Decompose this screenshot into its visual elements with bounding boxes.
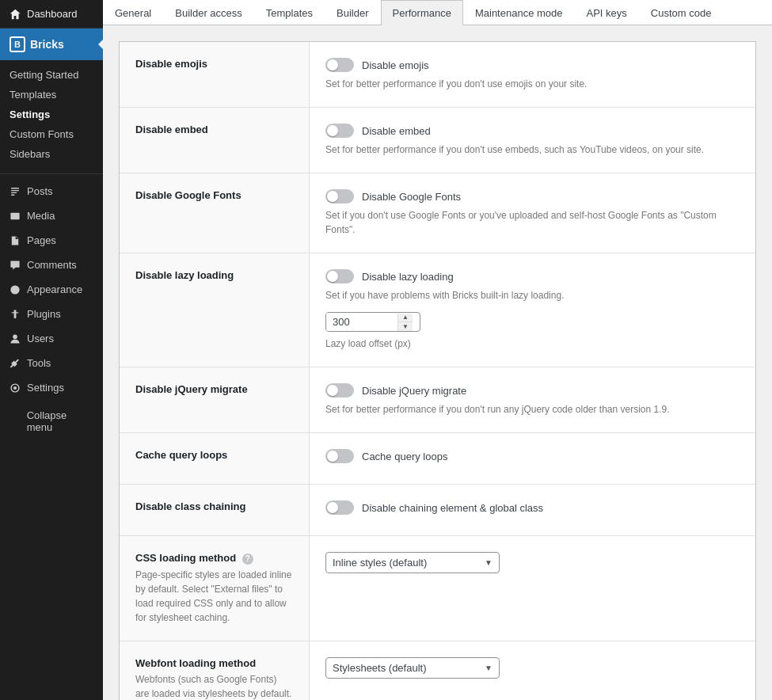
dashboard-icon bbox=[10, 9, 21, 20]
toggle-cache-query-loops[interactable] bbox=[325, 449, 354, 463]
nav-label: Pages bbox=[27, 234, 56, 246]
label-disable-class-chaining: Disable class chaining bbox=[120, 485, 310, 535]
help-text-google-fonts: Set if you don't use Google Fonts or you… bbox=[325, 208, 740, 237]
users-icon bbox=[10, 333, 21, 344]
control-disable-lazy-loading: Disable lazy loading Set if you have pro… bbox=[310, 253, 755, 367]
sidebar: Dashboard B Bricks Getting Started Templ… bbox=[0, 0, 103, 700]
sidebar-item-templates[interactable]: Templates bbox=[0, 85, 103, 105]
toggle-knob bbox=[327, 191, 338, 202]
sidebar-item-appearance[interactable]: Appearance bbox=[0, 277, 103, 302]
row-title: Disable jQuery migrate bbox=[135, 383, 293, 395]
control-disable-class-chaining: Disable chaining element & global class bbox=[310, 485, 755, 535]
collapse-menu-button[interactable]: Collapse menu bbox=[0, 403, 103, 439]
toggle-knob bbox=[327, 271, 338, 282]
control-disable-google-fonts: Disable Google Fonts Set if you don't us… bbox=[310, 173, 755, 253]
sidebar-divider bbox=[0, 173, 103, 174]
sidebar-item-wp-settings[interactable]: Settings bbox=[0, 375, 103, 400]
toggle-knob bbox=[327, 451, 338, 462]
collapse-label: Collapse menu bbox=[27, 409, 93, 433]
control-css-loading-method: Inline styles (default) External files ▼ bbox=[310, 536, 755, 641]
css-loading-select-wrap: Inline styles (default) External files ▼ bbox=[325, 552, 500, 573]
webfont-loading-select-wrap: Stylesheets (default) Webfont Loader ▼ bbox=[325, 657, 500, 679]
lazy-load-offset-input[interactable] bbox=[326, 313, 397, 331]
toggle-row: Disable lazy loading bbox=[325, 269, 740, 283]
row-css-loading-method: CSS loading method ? Page-specific style… bbox=[120, 536, 755, 641]
label-disable-emojis: Disable emojis bbox=[120, 42, 310, 107]
spinner-down-button[interactable]: ▼ bbox=[398, 322, 413, 331]
label-css-loading-method: CSS loading method ? Page-specific style… bbox=[120, 536, 310, 641]
spinner-buttons: ▲ ▼ bbox=[397, 314, 413, 331]
sidebar-item-settings[interactable]: Settings bbox=[0, 105, 103, 124]
svg-point-3 bbox=[13, 386, 17, 389]
row-webfont-loading-method: Webfont loading method Webfonts (such as… bbox=[120, 641, 755, 700]
toggle-row: Disable emojis bbox=[325, 58, 740, 72]
tab-builder[interactable]: Builder bbox=[325, 0, 380, 25]
control-disable-jquery-migrate: Disable jQuery migrate Set for better pe… bbox=[310, 367, 755, 432]
nav-label: Appearance bbox=[27, 283, 82, 295]
main-content: General Builder access Templates Builder… bbox=[103, 0, 772, 700]
tab-templates[interactable]: Templates bbox=[254, 0, 325, 25]
control-cache-query-loops: Cache query loops bbox=[310, 433, 755, 484]
bricks-logo-icon: B bbox=[10, 36, 25, 52]
toggle-disable-lazy-loading[interactable] bbox=[325, 269, 354, 283]
tab-builder-access[interactable]: Builder access bbox=[163, 0, 254, 25]
nav-label: Media bbox=[27, 210, 55, 222]
sidebar-item-pages[interactable]: Pages bbox=[0, 228, 103, 253]
sidebar-item-sidebars[interactable]: Sidebars bbox=[0, 144, 103, 164]
toggle-row: Disable jQuery migrate bbox=[325, 383, 740, 398]
sidebar-item-dashboard[interactable]: Dashboard bbox=[0, 0, 103, 29]
tab-custom-code[interactable]: Custom code bbox=[639, 0, 724, 25]
settings-content: Disable emojis Disable emojis Set for be… bbox=[103, 25, 772, 700]
toggle-label: Disable Google Fonts bbox=[362, 191, 461, 203]
row-disable-google-fonts: Disable Google Fonts Disable Google Font… bbox=[120, 173, 755, 253]
sidebar-sub-menu: Getting Started Templates Settings Custo… bbox=[0, 60, 103, 169]
nav-label: Comments bbox=[27, 259, 77, 271]
tab-api-keys[interactable]: API keys bbox=[575, 0, 639, 25]
row-title: Webfont loading method bbox=[135, 657, 293, 669]
nav-label: Posts bbox=[27, 185, 53, 197]
row-title: Disable embed bbox=[135, 124, 293, 135]
sidebar-item-getting-started[interactable]: Getting Started bbox=[0, 65, 103, 85]
sidebar-item-media[interactable]: Media bbox=[0, 204, 103, 228]
sidebar-item-users[interactable]: Users bbox=[0, 326, 103, 351]
svg-point-1 bbox=[10, 285, 19, 294]
tab-performance[interactable]: Performance bbox=[381, 0, 463, 25]
row-title: CSS loading method ? bbox=[135, 552, 293, 565]
sidebar-item-tools[interactable]: Tools bbox=[0, 351, 103, 375]
sidebar-item-bricks[interactable]: B Bricks bbox=[0, 29, 103, 60]
row-disable-jquery-migrate: Disable jQuery migrate Disable jQuery mi… bbox=[120, 367, 755, 433]
spinner-up-button[interactable]: ▲ bbox=[398, 314, 413, 322]
sidebar-item-custom-fonts[interactable]: Custom Fonts bbox=[0, 124, 103, 144]
collapse-icon bbox=[10, 416, 21, 427]
control-disable-embed: Disable embed Set for better performance… bbox=[310, 108, 755, 173]
toggle-label: Disable lazy loading bbox=[362, 271, 454, 283]
settings-icon bbox=[10, 382, 21, 394]
tab-general[interactable]: General bbox=[103, 0, 163, 25]
tab-maintenance-mode[interactable]: Maintenance mode bbox=[463, 0, 575, 25]
toggle-disable-class-chaining[interactable] bbox=[325, 500, 354, 515]
toggle-knob bbox=[327, 59, 338, 70]
posts-icon bbox=[10, 186, 21, 197]
settings-panel: Disable emojis Disable emojis Set for be… bbox=[119, 41, 756, 700]
sidebar-item-comments[interactable]: Comments bbox=[0, 253, 103, 277]
toggle-disable-jquery-migrate[interactable] bbox=[325, 383, 354, 398]
lazy-load-offset-label: Lazy load offset (px) bbox=[325, 337, 740, 351]
css-loading-select[interactable]: Inline styles (default) External files bbox=[326, 553, 478, 573]
css-loading-help-icon[interactable]: ? bbox=[242, 554, 253, 565]
toggle-row: Disable chaining element & global class bbox=[325, 500, 740, 515]
toggle-disable-emojis[interactable] bbox=[325, 58, 354, 72]
select-arrow-icon: ▼ bbox=[478, 664, 499, 672]
toggle-knob bbox=[327, 385, 338, 396]
row-title: Disable class chaining bbox=[135, 500, 293, 512]
bricks-label: Bricks bbox=[30, 38, 64, 51]
toggle-disable-google-fonts[interactable] bbox=[325, 189, 354, 204]
media-icon bbox=[10, 211, 21, 222]
webfont-loading-select[interactable]: Stylesheets (default) Webfont Loader bbox=[326, 658, 478, 678]
toggle-label: Cache query loops bbox=[362, 451, 447, 462]
label-disable-lazy-loading: Disable lazy loading bbox=[120, 253, 310, 367]
sidebar-item-plugins[interactable]: Plugins bbox=[0, 302, 103, 326]
select-arrow-icon: ▼ bbox=[478, 558, 499, 567]
sidebar-item-posts[interactable]: Posts bbox=[0, 179, 103, 204]
toggle-knob bbox=[327, 502, 338, 513]
toggle-disable-embed[interactable] bbox=[325, 124, 354, 138]
